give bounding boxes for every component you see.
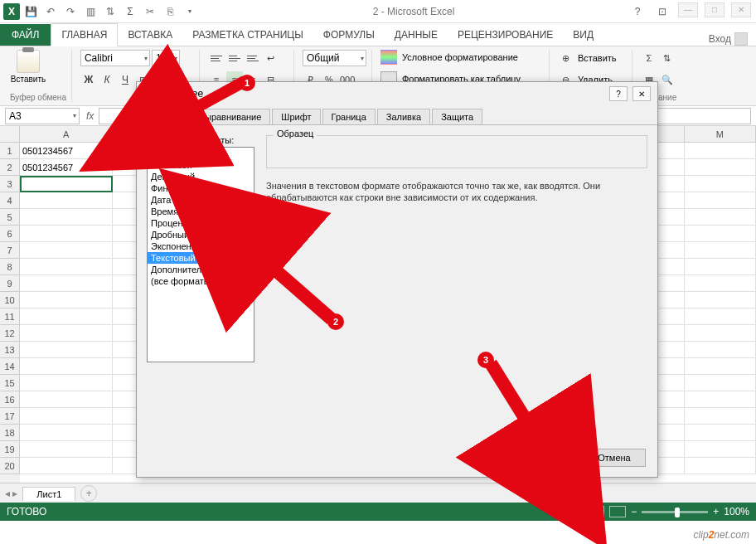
row-header[interactable]: 12: [0, 325, 20, 342]
cell[interactable]: [685, 275, 756, 292]
row-header[interactable]: 20: [0, 458, 20, 474]
underline-button[interactable]: Ч: [117, 71, 133, 88]
help-icon[interactable]: ?: [628, 2, 647, 21]
zoom-level[interactable]: 100%: [724, 506, 749, 517]
dlg-tab-font[interactable]: Шрифт: [272, 109, 320, 124]
cell[interactable]: [20, 408, 113, 425]
row-header[interactable]: 18: [0, 425, 20, 441]
tab-pagelayout[interactable]: РАЗМЕТКА СТРАНИЦЫ: [182, 24, 313, 46]
sort-filter-button[interactable]: ⇅: [659, 50, 676, 66]
row-header[interactable]: 4: [0, 192, 20, 209]
row-header[interactable]: 6: [0, 226, 20, 242]
paste-button[interactable]: Вставить: [10, 50, 46, 84]
row-header[interactable]: 15: [0, 375, 20, 391]
zoom-slider[interactable]: [642, 511, 708, 513]
align-middle-button[interactable]: [226, 50, 243, 66]
tab-home[interactable]: ГЛАВНАЯ: [51, 23, 118, 46]
font-size-combo[interactable]: 11: [152, 50, 180, 66]
cell[interactable]: [20, 275, 113, 292]
dialog-titlebar[interactable]: Формат ячее ? ✕: [137, 82, 657, 105]
row-header[interactable]: 10: [0, 292, 20, 308]
row-header[interactable]: 9: [0, 275, 20, 292]
format-list-item[interactable]: (все форматы): [148, 275, 254, 287]
tab-formulas[interactable]: ФОРМУЛЫ: [313, 24, 385, 46]
cell[interactable]: [20, 391, 113, 408]
tab-insert[interactable]: ВСТАВКА: [118, 24, 182, 46]
row-header[interactable]: 5: [0, 209, 20, 226]
cell[interactable]: [685, 408, 756, 425]
save-icon[interactable]: 💾: [22, 2, 40, 21]
add-sheet-button[interactable]: +: [80, 485, 97, 502]
format-list[interactable]: ОбщийЧисловойДенежныйФинансовыйДатаВремя…: [147, 147, 254, 362]
new-icon[interactable]: ▥: [81, 2, 99, 21]
row-header[interactable]: 13: [0, 342, 20, 358]
cell[interactable]: [685, 292, 756, 308]
minimize-button[interactable]: —: [678, 2, 698, 17]
name-box[interactable]: A3: [5, 108, 80, 124]
ribbon-collapse-icon[interactable]: ⊡: [653, 2, 671, 21]
dlg-tab-border[interactable]: Граница: [322, 109, 376, 124]
cell[interactable]: [20, 342, 113, 358]
dlg-tab-alignment[interactable]: Выравнивание: [190, 109, 271, 124]
redo-icon[interactable]: ↷: [61, 2, 80, 21]
cell[interactable]: [20, 375, 113, 391]
normal-view-button[interactable]: [566, 506, 583, 517]
cell[interactable]: [20, 176, 113, 192]
cell[interactable]: [20, 425, 113, 441]
tab-review[interactable]: РЕЦЕНЗИРОВАНИЕ: [448, 24, 563, 46]
cell[interactable]: [20, 209, 113, 226]
row-header[interactable]: 1: [0, 143, 20, 159]
format-list-item[interactable]: Процентный: [148, 217, 254, 229]
cell[interactable]: [685, 259, 756, 275]
cell[interactable]: [685, 325, 756, 342]
cell[interactable]: 0501234567: [20, 159, 113, 176]
cell[interactable]: [20, 259, 113, 275]
align-top-button[interactable]: [208, 50, 225, 66]
sort-icon[interactable]: ⇅: [101, 2, 119, 21]
sheet-tab[interactable]: Лист1: [22, 487, 75, 501]
row-header[interactable]: 19: [0, 441, 20, 458]
cell[interactable]: [685, 176, 756, 192]
wrap-button[interactable]: ↩: [263, 50, 279, 66]
format-list-item[interactable]: Экспоненциальный: [148, 240, 254, 252]
cell[interactable]: [685, 192, 756, 209]
cell[interactable]: [20, 292, 113, 308]
cell[interactable]: [685, 391, 756, 408]
cond-format-label[interactable]: Условное форматирование: [402, 52, 518, 62]
format-list-item[interactable]: Текстовый: [148, 252, 254, 264]
cell[interactable]: [685, 308, 756, 325]
autosum-button[interactable]: Σ: [641, 50, 657, 66]
cancel-button[interactable]: Отмена: [583, 449, 646, 467]
dlg-tab-number[interactable]: Число: [143, 109, 188, 125]
cell[interactable]: [685, 342, 756, 358]
cell[interactable]: [685, 143, 756, 159]
qat-more-icon[interactable]: ▾: [181, 2, 199, 21]
cell[interactable]: [685, 375, 756, 391]
cell[interactable]: [20, 441, 113, 458]
sum-icon[interactable]: Σ: [121, 2, 139, 21]
sheet-nav[interactable]: ◂ ▸: [0, 488, 22, 499]
row-header[interactable]: 11: [0, 308, 20, 325]
cut-icon[interactable]: ✂: [141, 2, 159, 21]
tab-data[interactable]: ДАННЫЕ: [385, 24, 448, 46]
format-list-item[interactable]: Финансовый: [148, 182, 254, 194]
dialog-close-button[interactable]: ✕: [632, 86, 651, 101]
select-all-corner[interactable]: [0, 126, 20, 143]
insert-cells-label[interactable]: Вставить: [578, 53, 617, 63]
cond-format-icon[interactable]: [380, 50, 397, 65]
format-list-item[interactable]: Общий: [148, 148, 254, 159]
ok-button[interactable]: ОК: [513, 449, 576, 467]
dialog-help-button[interactable]: ?: [609, 86, 628, 101]
cell[interactable]: [685, 242, 756, 259]
fx-button[interactable]: fx: [81, 110, 99, 122]
sign-in[interactable]: Вход: [700, 32, 756, 46]
copy-icon[interactable]: ⎘: [161, 2, 179, 21]
cell[interactable]: [20, 358, 113, 375]
close-button[interactable]: ✕: [731, 2, 751, 17]
row-header[interactable]: 14: [0, 358, 20, 375]
format-list-item[interactable]: Время: [148, 206, 254, 217]
zoom-in-button[interactable]: +: [713, 506, 719, 517]
cell[interactable]: [20, 242, 113, 259]
cell[interactable]: [685, 209, 756, 226]
bold-button[interactable]: Ж: [80, 71, 97, 88]
